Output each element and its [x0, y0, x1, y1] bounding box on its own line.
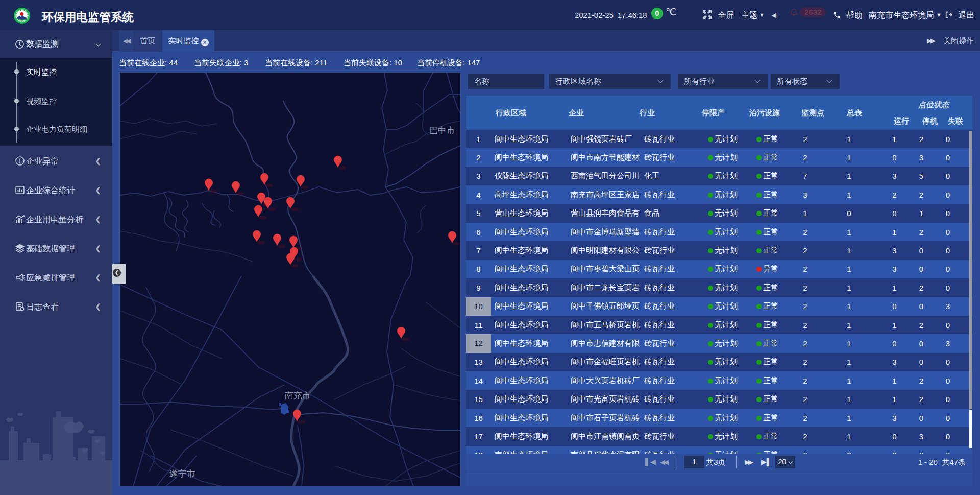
svg-text:巴中市: 巴中市 [429, 126, 455, 135]
svg-text:南充市: 南充市 [285, 391, 311, 400]
svg-text:遂宁市: 遂宁市 [169, 469, 195, 479]
